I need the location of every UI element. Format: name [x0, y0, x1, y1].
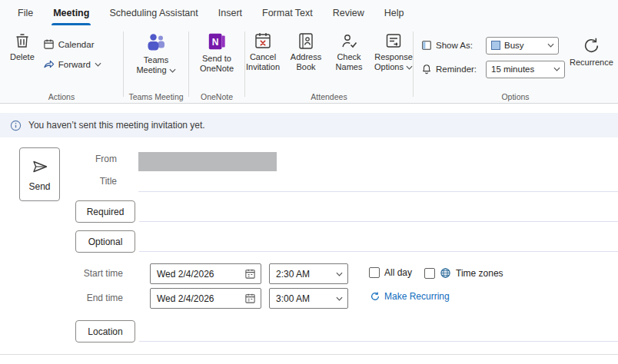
- reminder-dropdown[interactable]: 15 minutes: [486, 61, 565, 78]
- cancel-invitation-button[interactable]: Cancel Invitation: [242, 29, 284, 91]
- teams-meeting-button[interactable]: Teams Meeting: [133, 29, 179, 91]
- infobar-message: You haven’t sent this meeting invitation…: [28, 120, 205, 131]
- required-button[interactable]: Required: [75, 200, 135, 223]
- location-button[interactable]: Location: [75, 320, 135, 342]
- from-label: From: [0, 154, 117, 164]
- globe-icon: [440, 267, 451, 279]
- show-as-row: Show As: Busy: [421, 36, 565, 55]
- actions-small-buttons: Calendar Forward: [40, 38, 105, 91]
- end-date-field[interactable]: Wed 2/4/2026: [150, 288, 261, 309]
- chevron-down-icon: [547, 43, 554, 48]
- svg-text:N: N: [212, 37, 219, 48]
- make-recurring-link[interactable]: Make Recurring: [370, 291, 450, 302]
- ribbon: Delete Calendar Forward: [0, 25, 618, 104]
- ribbon-group-onenote: N Send to OneNote OneNote: [189, 25, 244, 103]
- options-rows: Show As: Busy Reminde: [421, 36, 565, 91]
- all-day-checkbox[interactable]: All day: [369, 267, 412, 278]
- ribbon-tab-bar: File Meeting Scheduling Assistant Insert…: [0, 0, 618, 25]
- onenote-n-icon: N: [207, 31, 227, 51]
- optional-button[interactable]: Optional: [75, 230, 135, 253]
- date-picker-icon[interactable]: [244, 268, 256, 280]
- circular-arrows-icon: [582, 36, 601, 55]
- required-attendees-input[interactable]: [139, 204, 618, 222]
- end-time-label: End time: [0, 293, 123, 303]
- time-zones-checkbox[interactable]: Time zones: [424, 267, 503, 279]
- outlook-meeting-window: File Meeting Scheduling Assistant Insert…: [0, 0, 618, 364]
- chevron-down-icon: [95, 62, 101, 67]
- tab-scheduling-assistant[interactable]: Scheduling Assistant: [99, 0, 208, 25]
- tab-help[interactable]: Help: [374, 0, 414, 25]
- date-picker-icon[interactable]: [244, 293, 256, 304]
- reminder-row: Reminder: 15 minutes: [421, 60, 565, 78]
- trash-icon: [13, 31, 32, 50]
- check-names-button[interactable]: Check Names: [328, 29, 370, 91]
- calendar-button[interactable]: Calendar: [40, 38, 98, 50]
- meeting-form: Send From Title Required Optional Start …: [0, 137, 618, 364]
- tab-insert[interactable]: Insert: [208, 0, 252, 25]
- info-circle-icon: [10, 120, 22, 131]
- start-time-field[interactable]: 2:30 AM: [269, 263, 348, 284]
- recurrence-button[interactable]: Recurrence: [569, 34, 614, 70]
- chevron-down-icon: [169, 65, 176, 75]
- chevron-down-icon: [406, 62, 413, 72]
- end-time-field[interactable]: 3:00 AM: [269, 288, 348, 309]
- forward-button[interactable]: Forward: [40, 58, 105, 70]
- status-square-icon: [421, 40, 432, 51]
- chevron-down-icon: [336, 296, 343, 301]
- recurrence-wrap: Recurrence: [569, 34, 614, 91]
- delete-button[interactable]: Delete: [9, 29, 35, 91]
- ribbon-group-actions: Delete Calendar Forward: [0, 25, 123, 103]
- start-date-field[interactable]: Wed 2/4/2026: [150, 263, 261, 284]
- response-options-button[interactable]: Response Options: [371, 29, 416, 91]
- ribbon-group-options: Show As: Busy Reminde: [414, 25, 617, 103]
- show-as-dropdown[interactable]: Busy: [486, 37, 559, 55]
- checkbox-box[interactable]: [424, 268, 435, 279]
- body-separator: [0, 354, 618, 355]
- title-input[interactable]: [138, 173, 618, 192]
- forward-arrow-icon: [43, 58, 55, 70]
- chevron-down-icon: [336, 272, 343, 276]
- optional-attendees-input[interactable]: [139, 233, 618, 252]
- tab-review[interactable]: Review: [323, 0, 374, 25]
- bell-icon: [421, 64, 432, 74]
- ribbon-group-teams-meeting: Teams Meeting Teams Meeting: [124, 25, 188, 103]
- ribbon-group-attendees: Cancel Invitation Address Book: [245, 25, 413, 103]
- tab-meeting[interactable]: Meeting: [43, 0, 99, 25]
- chevron-down-icon: [553, 67, 560, 71]
- location-input[interactable]: [139, 323, 618, 342]
- tab-file[interactable]: File: [8, 0, 43, 25]
- from-field[interactable]: [138, 152, 277, 171]
- title-label: Title: [0, 176, 117, 187]
- circular-arrows-icon: [370, 291, 380, 302]
- address-book-button[interactable]: Address Book: [285, 29, 327, 91]
- teams-people-icon: [145, 31, 167, 53]
- send-to-onenote-button[interactable]: N Send to OneNote: [196, 29, 238, 91]
- calendar-icon: [43, 38, 55, 50]
- checkbox-box[interactable]: [369, 267, 380, 278]
- infobar: You haven’t sent this meeting invitation…: [0, 113, 618, 137]
- list-reply-icon: [384, 31, 403, 50]
- calendar-x-icon: [254, 31, 272, 50]
- tab-format-text[interactable]: Format Text: [252, 0, 323, 25]
- address-book-icon: [297, 31, 315, 50]
- busy-status-swatch: [491, 41, 500, 50]
- start-time-label: Start time: [0, 268, 123, 279]
- person-check-icon: [340, 31, 358, 50]
